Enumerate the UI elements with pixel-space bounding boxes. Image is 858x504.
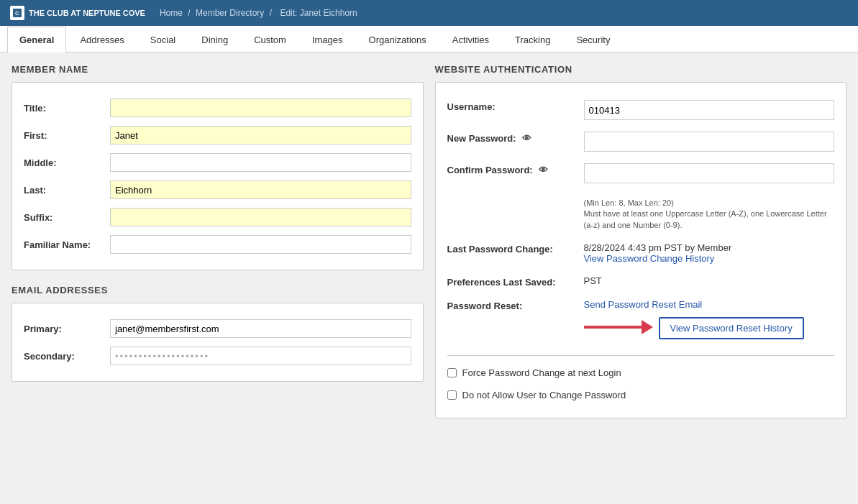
header: C THE CLUB AT NEPTUNE COVE Home / Member… [0,0,858,26]
breadcrumb: Home / Member Directory / Edit: Janet Ei… [160,8,360,18]
logo-text: THE CLUB AT NEPTUNE COVE [29,9,145,17]
input-primary-email[interactable] [110,319,411,338]
label-prefs: Preferences Last Saved: [447,275,584,288]
label-suffix: Suffix: [24,212,110,223]
tab-social[interactable]: Social [138,27,188,52]
tab-organizations[interactable]: Organizations [357,27,439,52]
form-row-last: Last: [24,176,411,203]
email-section: EMAIL ADDRESSES Primary: Secondary: [12,285,424,382]
label-title: Title: [24,103,110,114]
input-first[interactable] [110,126,411,145]
label-last: Last: [24,185,110,196]
auth-row-prefs: Preferences Last Saved: PST [447,270,835,293]
breadcrumb-home[interactable]: Home [160,8,183,18]
input-middle[interactable] [110,153,411,172]
value-new-password [584,132,835,152]
value-last-change: 8/28/2024 4:43 pm PST by Member View Pas… [584,242,835,264]
tab-custom[interactable]: Custom [242,27,298,52]
arrow-row: View Password Reset History [584,310,835,344]
tab-dining[interactable]: Dining [189,27,240,52]
label-first: First: [24,130,110,141]
label-confirm-password: Confirm Password: 👁 [447,163,584,175]
form-row-primary: Primary: [24,315,411,342]
auth-row-reset: Password Reset: Send Password Reset Emai… [447,293,835,349]
label-primary: Primary: [24,324,110,334]
auth-row-username: Username: [447,94,835,126]
auth-row-last-change: Last Password Change: 8/28/2024 4:43 pm … [447,237,835,270]
form-row-suffix: Suffix: [24,203,411,231]
label-new-password: New Password: 👁 [447,132,584,144]
website-auth-title: WEBSITE AUTHENTICATION [435,64,847,75]
label-force-change: Force Password Change at next Login [462,367,621,378]
form-row-secondary: Secondary: [24,342,411,370]
form-row-title: Title: [24,94,411,122]
label-secondary: Secondary: [24,351,110,362]
password-hint: (Min Len: 8, Max Len: 20) Must have at l… [584,195,835,231]
view-reset-history-button[interactable]: View Password Reset History [659,317,804,339]
arrow-line [584,326,642,329]
last-change-value: 8/28/2024 4:43 pm PST by Member [584,242,835,253]
tab-addresses[interactable]: Addresses [68,27,136,52]
tab-tracking[interactable]: Tracking [503,27,562,52]
input-new-password[interactable] [584,132,835,152]
checkbox-force-change[interactable] [447,368,457,377]
value-confirm-password [584,163,835,183]
arrow-head [642,320,653,334]
auth-row-new-password: New Password: 👁 [447,126,835,157]
value-reset: Send Password Reset Email View Password … [584,299,835,344]
auth-row-hint: (Min Len: 8, Max Len: 20) Must have at l… [447,189,835,237]
input-title[interactable] [110,98,411,117]
breadcrumb-directory[interactable]: Member Directory [196,8,264,18]
prefs-value: PST [584,275,602,286]
input-suffix[interactable] [110,208,411,226]
auth-form: Username: New Password: 👁 [435,82,847,418]
view-change-history-link[interactable]: View Password Change History [584,253,835,264]
tab-security[interactable]: Security [564,27,622,52]
label-last-change: Last Password Change: [447,242,584,255]
value-prefs: PST [584,275,835,286]
tab-activities[interactable]: Activities [440,27,501,52]
input-familiar[interactable] [110,235,411,254]
input-last[interactable] [110,180,411,199]
tab-general[interactable]: General [7,27,66,52]
left-panel: MEMBER NAME Title: First: Middle: Last: … [12,64,424,418]
tab-images[interactable]: Images [300,27,355,52]
eye-icon-new[interactable]: 👁 [522,133,531,144]
divider [447,355,835,356]
new-password-label-text: New Password: [447,133,516,144]
label-no-change: Do not Allow User to Change Password [462,390,626,400]
form-row-middle: Middle: [24,149,411,176]
form-row-first: First: [24,122,411,149]
form-row-familiar: Familiar Name: [24,231,411,258]
label-reset: Password Reset: [447,299,584,311]
tab-bar: General Addresses Social Dining Custom I… [0,26,858,52]
confirm-password-label-text: Confirm Password: [447,165,533,175]
main-content: MEMBER NAME Title: First: Middle: Last: … [0,52,858,430]
input-confirm-password[interactable] [584,163,835,183]
eye-icon-confirm[interactable]: 👁 [539,165,548,175]
right-panel: WEBSITE AUTHENTICATION Username: New Pas… [435,64,847,418]
email-addresses-title: EMAIL ADDRESSES [12,285,424,295]
logo-icon: C [10,6,24,20]
svg-text:C: C [15,10,19,17]
checkbox-row-force: Force Password Change at next Login [447,362,835,384]
member-name-title: MEMBER NAME [12,64,424,75]
send-reset-email-link[interactable]: Send Password Reset Email [584,299,835,310]
input-secondary-email[interactable] [110,347,411,365]
label-familiar: Familiar Name: [24,239,110,250]
checkbox-row-no-change: Do not Allow User to Change Password [447,384,835,406]
breadcrumb-current: Edit: Janet Eichhorn [280,8,357,18]
label-middle: Middle: [24,157,110,168]
member-name-form: Title: First: Middle: Last: Suffix: Fami… [12,82,424,270]
auth-row-confirm-password: Confirm Password: 👁 [447,157,835,189]
value-username [584,100,835,120]
checkbox-no-change[interactable] [447,390,457,400]
logo: C THE CLUB AT NEPTUNE COVE [10,6,145,20]
input-username[interactable] [584,100,835,120]
red-arrow [584,320,653,334]
label-username: Username: [447,100,584,112]
email-form: Primary: Secondary: [12,303,424,382]
password-hint-text: (Min Len: 8, Max Len: 20) Must have at l… [584,198,835,231]
